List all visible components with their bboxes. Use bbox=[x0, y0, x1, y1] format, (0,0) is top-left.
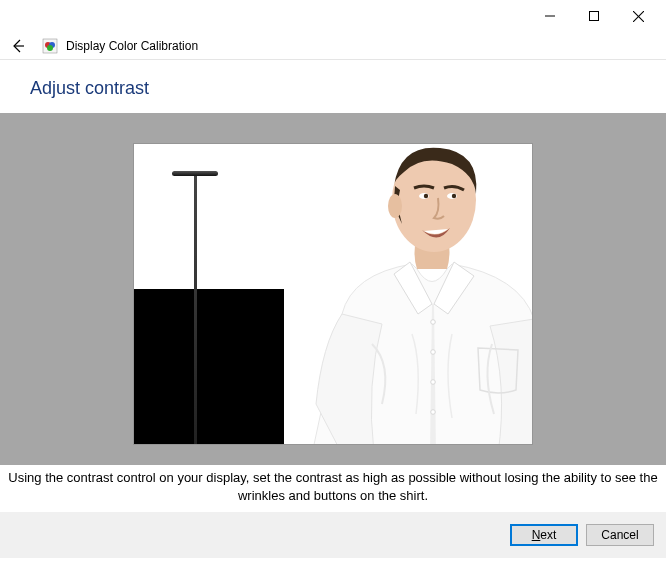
cancel-button[interactable]: Cancel bbox=[586, 524, 654, 546]
minimize-button[interactable] bbox=[528, 2, 572, 30]
svg-rect-1 bbox=[590, 12, 599, 21]
svg-point-14 bbox=[452, 194, 456, 198]
contrast-sample-image bbox=[134, 144, 532, 444]
wizard-footer: Next Cancel bbox=[0, 512, 666, 558]
window-titlebar bbox=[0, 0, 666, 32]
window-title: Display Color Calibration bbox=[66, 39, 198, 53]
page-heading: Adjust contrast bbox=[0, 60, 666, 113]
instruction-text: Using the contrast control on your displ… bbox=[0, 465, 666, 512]
svg-point-18 bbox=[431, 410, 436, 415]
app-icon bbox=[42, 38, 58, 54]
svg-point-17 bbox=[431, 380, 436, 385]
back-button[interactable] bbox=[8, 36, 28, 56]
svg-point-15 bbox=[431, 320, 436, 325]
svg-point-8 bbox=[47, 45, 53, 51]
svg-point-10 bbox=[388, 194, 402, 218]
calibration-stage bbox=[0, 113, 666, 465]
man-in-shirt bbox=[282, 144, 532, 444]
header-bar: Display Color Calibration bbox=[0, 32, 666, 60]
next-button[interactable]: Next bbox=[510, 524, 578, 546]
svg-point-16 bbox=[431, 350, 436, 355]
close-button[interactable] bbox=[616, 2, 660, 30]
svg-point-12 bbox=[424, 194, 428, 198]
maximize-button[interactable] bbox=[572, 2, 616, 30]
